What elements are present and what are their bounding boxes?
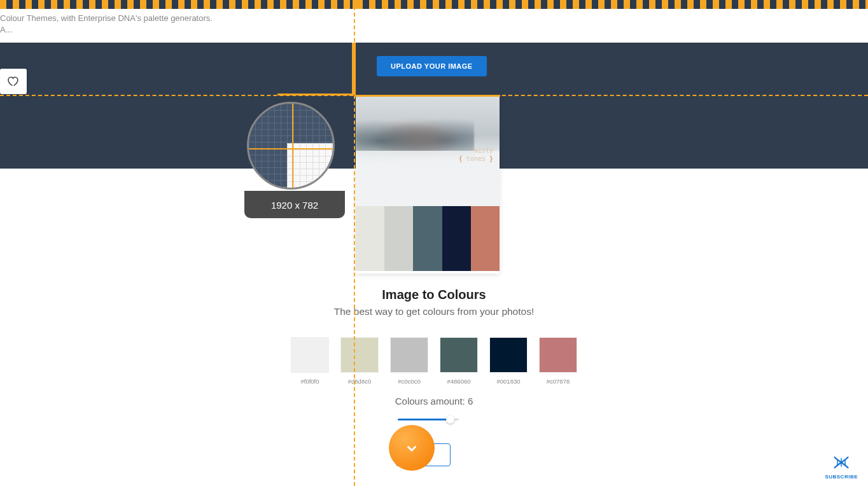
page-title: Image to Colours [0, 288, 868, 302]
swatch-item[interactable]: #c0c0c0 [390, 337, 428, 385]
amount-slider[interactable] [398, 417, 456, 423]
header-line2: A... [0, 24, 213, 36]
favorite-button[interactable] [0, 69, 27, 94]
colours-amount-value: 6 [468, 396, 473, 406]
swatch-item[interactable]: #486060 [440, 337, 478, 385]
magnifier-dimensions-label: 1920 x 782 [244, 191, 345, 218]
magnifier-lens [247, 102, 335, 190]
swatch-hex: #f0f0f0 [291, 378, 329, 385]
swatch-color [440, 337, 478, 373]
magnifier-crosshair-v [292, 104, 293, 188]
title-block: Image to Colours The best way to get col… [0, 288, 868, 317]
slider-thumb[interactable] [446, 415, 454, 424]
magnifier-grid-light [287, 143, 333, 188]
horizontal-guide-solid-right [355, 95, 500, 97]
preview-swatch [471, 206, 500, 271]
preview-overlay-text: misty { tones } [459, 146, 493, 163]
preview-swatch [356, 206, 384, 271]
swatch-item[interactable]: #001830 [489, 337, 528, 385]
swatch-color [489, 337, 528, 373]
dna-icon [832, 454, 851, 471]
heart-icon [7, 75, 20, 88]
preview-image: misty { tones } [356, 97, 500, 206]
pixel-magnifier: 1920 x 782 [247, 102, 342, 223]
swatch-hex: #c07878 [539, 378, 577, 385]
download-circle-button[interactable] [389, 425, 435, 471]
overlay-line2: { tones } [459, 155, 493, 163]
vertical-guide-solid-top [352, 43, 356, 95]
magnifier-crosshair-h [249, 148, 333, 149]
swatch-item[interactable]: #f0f0f0 [291, 337, 329, 385]
preview-swatch [384, 206, 413, 271]
measurement-ruler-top [0, 0, 868, 9]
extracted-swatch-row: #f0f0f0 #d8d8c0 #c0c0c0 #486060 #001830 … [0, 337, 868, 385]
swatch-color [390, 337, 428, 373]
colours-amount-label: Colours amount: 6 [0, 396, 868, 406]
swatch-hex: #486060 [440, 378, 478, 385]
preview-palette-strip [356, 206, 500, 271]
swatch-color [539, 337, 577, 373]
subscribe-label: SUBSCRIBE [825, 474, 858, 480]
image-preview-card: misty { tones } [356, 97, 500, 274]
swatch-item[interactable]: #d8d8c0 [340, 337, 379, 385]
page-subtitle: The best way to get colours from your ph… [0, 306, 868, 317]
upload-your-image-button[interactable]: UPLOAD YOUR IMAGE [377, 56, 487, 76]
overlay-line1: misty [459, 146, 493, 155]
subscribe-badge[interactable]: SUBSCRIBE [825, 454, 858, 480]
swatch-item[interactable]: #c07878 [539, 337, 577, 385]
swatch-color [291, 337, 329, 373]
header-description: Colour Themes, with Enterprise DNA's pal… [0, 13, 213, 36]
swatch-hex: #c0c0c0 [390, 378, 428, 385]
ruler-notch [353, 0, 356, 9]
swatch-hex: #001830 [489, 378, 528, 385]
swatch-hex: #d8d8c0 [340, 378, 379, 385]
preview-swatch [413, 206, 442, 271]
horizontal-guide-solid-left [277, 94, 354, 95]
preview-swatch [442, 206, 471, 271]
arrow-down-icon [402, 438, 422, 458]
swatch-color [340, 337, 379, 373]
header-line1: Colour Themes, with Enterprise DNA's pal… [0, 13, 213, 24]
